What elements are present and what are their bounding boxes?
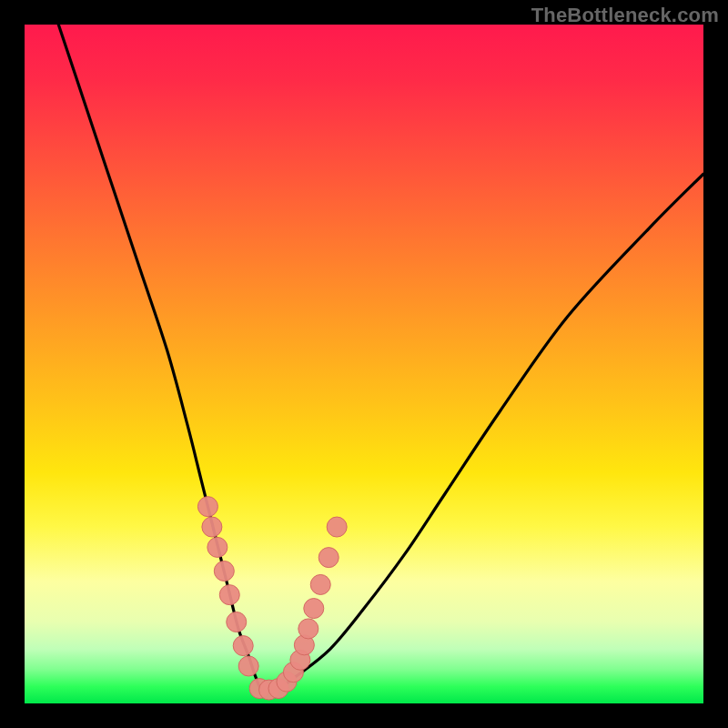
highlight-point (318, 548, 339, 568)
highlight-point (197, 497, 217, 517)
highlight-point (238, 656, 258, 676)
chart-svg (25, 25, 703, 703)
highlight-point (227, 612, 247, 632)
watermark-text: TheBottleneck.com (531, 4, 719, 27)
highlight-point (304, 599, 324, 619)
highlight-point (327, 517, 347, 537)
highlight-point (214, 561, 234, 581)
curve-layer (58, 25, 703, 692)
plot-area (25, 25, 703, 703)
highlight-point (219, 585, 239, 605)
marker-layer (197, 497, 347, 700)
highlight-point (298, 619, 318, 639)
chart-frame: TheBottleneck.com (0, 0, 728, 728)
bottleneck-curve (58, 25, 703, 692)
highlight-point (202, 517, 222, 537)
highlight-point (233, 636, 253, 656)
highlight-point (207, 537, 228, 557)
highlight-point (310, 574, 330, 594)
